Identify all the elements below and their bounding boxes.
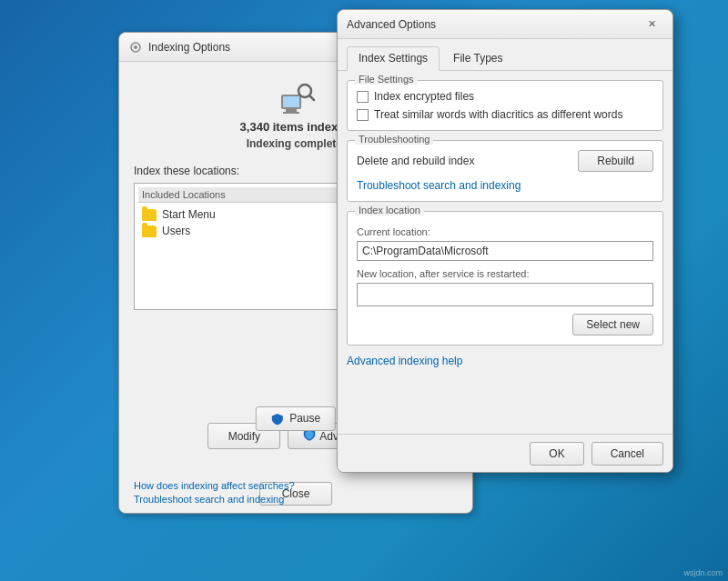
tab-index-settings[interactable]: Index Settings xyxy=(347,46,440,71)
delete-rebuild-row: Delete and rebuild index Rebuild xyxy=(357,150,653,172)
encrypt-files-row: Index encrypted files xyxy=(357,90,653,103)
indexing-window-icon xyxy=(128,40,143,55)
status-count: 3,340 items indexed xyxy=(240,120,352,134)
pause-button[interactable]: Pause xyxy=(256,406,336,431)
location-name: Start Menu xyxy=(162,208,216,221)
status-text: Indexing complete. xyxy=(247,137,346,150)
advanced-close-button[interactable]: ✕ xyxy=(640,15,663,35)
svg-point-1 xyxy=(134,45,137,49)
advanced-indexing-help-link[interactable]: Advanced indexing help xyxy=(347,355,663,367)
advanced-dialog-titlebar: Advanced Options ✕ xyxy=(338,10,672,39)
locations-label: Index these locations: xyxy=(134,165,239,177)
pause-button-label: Pause xyxy=(289,412,320,425)
new-location-box xyxy=(357,283,653,306)
new-location-label: New location, after service is restarted… xyxy=(357,268,653,279)
folder-icon xyxy=(142,209,157,221)
location-name: Users xyxy=(162,225,190,237)
file-settings-label: File Settings xyxy=(355,74,418,85)
dialog-body: File Settings Index encrypted files Trea… xyxy=(338,71,672,451)
troubleshoot-search-link[interactable]: Troubleshoot search and indexing xyxy=(357,179,521,192)
troubleshoot-indexing-link[interactable]: Troubleshoot search and indexing xyxy=(134,494,458,505)
footer-links: How does indexing affect searches? Troub… xyxy=(119,475,472,513)
tab-file-types-label: File Types xyxy=(453,52,502,65)
svg-rect-5 xyxy=(283,112,299,114)
file-settings-section: File Settings Index encrypted files Trea… xyxy=(347,80,663,131)
tab-index-settings-label: Index Settings xyxy=(359,52,428,65)
advanced-dialog-controls: ✕ xyxy=(640,15,663,35)
desktop: Indexing Options − □ ✕ 3,340 i xyxy=(0,0,728,581)
troubleshooting-label: Troubleshooting xyxy=(355,134,433,145)
svg-rect-3 xyxy=(283,96,299,107)
folder-icon xyxy=(142,225,157,237)
encrypt-files-checkbox[interactable] xyxy=(357,91,369,103)
index-location-label: Index location xyxy=(355,205,424,215)
current-location-label: Current location: xyxy=(357,226,653,237)
tab-file-types[interactable]: File Types xyxy=(441,46,514,70)
diacritics-checkbox[interactable] xyxy=(357,109,369,121)
encrypt-files-label: Index encrypted files xyxy=(374,90,474,103)
shield-icon-pause xyxy=(271,412,289,425)
svg-line-7 xyxy=(309,95,314,100)
diacritics-row: Treat similar words with diacritics as d… xyxy=(357,108,653,121)
delete-rebuild-text: Delete and rebuild index xyxy=(357,155,474,167)
svg-rect-4 xyxy=(286,109,297,112)
dialog-tabs: Index Settings File Types xyxy=(338,39,672,71)
indexing-status-icon xyxy=(274,76,318,120)
cancel-button[interactable]: Cancel xyxy=(592,442,663,466)
ok-button[interactable]: OK xyxy=(530,442,583,466)
advanced-dialog-title: Advanced Options xyxy=(347,18,640,31)
advanced-options-dialog: Advanced Options ✕ Index Settings File T… xyxy=(337,9,673,473)
diacritics-label: Treat similar words with diacritics as d… xyxy=(374,108,622,121)
select-new-button[interactable]: Select new xyxy=(572,314,653,336)
index-location-section: Index location Current location: New loc… xyxy=(347,211,663,346)
pause-area: Pause xyxy=(256,406,336,431)
how-does-indexing-link[interactable]: How does indexing affect searches? xyxy=(134,480,458,491)
rebuild-button[interactable]: Rebuild xyxy=(578,150,653,172)
troubleshooting-section: Troubleshooting Delete and rebuild index… xyxy=(347,140,663,202)
current-location-input[interactable] xyxy=(357,241,653,261)
dialog-footer: OK Cancel xyxy=(338,434,672,472)
watermark: wsjdn.com xyxy=(683,568,723,577)
